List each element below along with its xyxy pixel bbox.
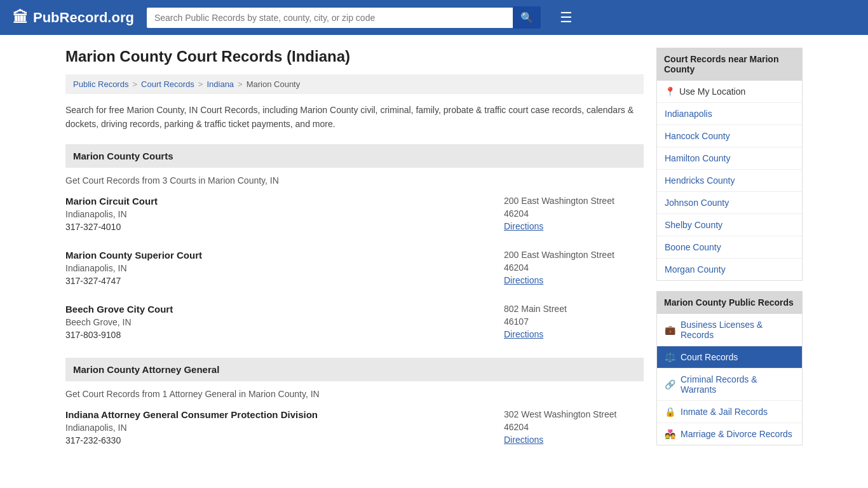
public-records-item[interactable]: 🔗 Criminal Records & Warrants — [657, 369, 802, 401]
search-input[interactable] — [147, 8, 513, 28]
nearby-item-hancock[interactable]: Hancock County — [657, 125, 802, 147]
court-entry: Indiana Attorney General Consumer Protec… — [65, 409, 644, 448]
attorney-section-desc: Get Court Records from 1 Attorney Genera… — [65, 389, 644, 399]
rec-icon: 🔗 — [665, 379, 675, 390]
public-records-item[interactable]: ⚖️ Court Records — [657, 346, 802, 369]
court-info-right: 200 East Washington Street 46204 Directi… — [504, 250, 644, 286]
nearby-item-morgan[interactable]: Morgan County — [657, 259, 802, 280]
court-address: 802 Main Street — [504, 304, 644, 314]
nearby-item-johnson[interactable]: Johnson County — [657, 192, 802, 214]
nearby-item-hamilton[interactable]: Hamilton County — [657, 147, 802, 170]
rec-label: Inmate & Jail Records — [681, 407, 768, 417]
directions-link[interactable]: Directions — [504, 221, 543, 231]
court-entry: Marion County Superior Court Indianapoli… — [65, 250, 644, 288]
directions-link[interactable]: Directions — [504, 329, 543, 339]
nearby-section-header: Court Records near Marion County — [656, 48, 803, 81]
courts-section-desc: Get Court Records from 3 Courts in Mario… — [65, 175, 644, 186]
court-info-right: 802 Main Street 46107 Directions — [504, 304, 644, 340]
nearby-item-shelby[interactable]: Shelby County — [657, 214, 802, 236]
rec-label: Court Records — [681, 352, 738, 362]
court-info-right: 200 East Washington Street 46204 Directi… — [504, 196, 644, 232]
rec-label: Business Licenses & Records — [681, 320, 794, 340]
breadcrumb-sep-2: > — [198, 79, 203, 89]
rec-label: Criminal Records & Warrants — [681, 374, 794, 395]
sidebar: Court Records near Marion County 📍 Use M… — [656, 48, 803, 463]
court-city: Indianapolis, IN — [65, 263, 202, 273]
breadcrumb-public-records[interactable]: Public Records — [73, 79, 128, 89]
search-area: 🔍 — [147, 6, 541, 29]
court-info-left: Marion County Superior Court Indianapoli… — [65, 250, 202, 286]
court-city: Indianapolis, IN — [65, 423, 318, 433]
breadcrumb-marion-county: Marion County — [247, 79, 301, 89]
court-phone: 317-232-6330 — [65, 435, 318, 445]
use-my-location[interactable]: 📍 Use My Location — [657, 81, 802, 103]
use-location-label: Use My Location — [679, 86, 745, 97]
public-records-item[interactable]: 🔒 Inmate & Jail Records — [657, 401, 802, 423]
court-name: Beech Grove City Court — [65, 304, 173, 315]
breadcrumb-sep-3: > — [238, 79, 243, 89]
location-pin-icon: 📍 — [665, 86, 675, 97]
logo-text: PubRecord.org — [33, 10, 134, 26]
directions-link[interactable]: Directions — [504, 275, 543, 285]
page-title: Marion County Court Records (Indiana) — [65, 48, 644, 65]
rec-icon: 🔒 — [665, 407, 675, 417]
courts-section-header: Marion County Courts — [65, 144, 644, 168]
court-city: Beech Grove, IN — [65, 317, 173, 327]
court-info-left: Beech Grove City Court Beech Grove, IN 3… — [65, 304, 173, 340]
court-entry: Marion Circuit Court Indianapolis, IN 31… — [65, 196, 644, 234]
logo-icon: 🏛 — [13, 9, 28, 27]
court-address: 200 East Washington Street — [504, 250, 644, 260]
rec-icon: 💼 — [665, 325, 675, 335]
court-name: Indiana Attorney General Consumer Protec… — [65, 409, 318, 420]
rec-label: Marriage & Divorce Records — [681, 429, 792, 439]
public-records-item[interactable]: 💼 Business Licenses & Records — [657, 314, 802, 346]
court-zip: 46204 — [504, 262, 644, 273]
nearby-list: 📍 Use My Location Indianapolis Hancock C… — [656, 81, 803, 281]
court-info-right: 302 West Washington Street 46204 Directi… — [504, 409, 644, 445]
court-zip: 46204 — [504, 208, 644, 219]
court-zip: 46204 — [504, 422, 644, 432]
court-address: 200 East Washington Street — [504, 196, 644, 206]
nearby-item-indianapolis[interactable]: Indianapolis — [657, 103, 802, 125]
breadcrumb-indiana[interactable]: Indiana — [207, 79, 234, 89]
attorney-list: Indiana Attorney General Consumer Protec… — [65, 409, 644, 448]
court-zip: 46107 — [504, 316, 644, 327]
court-address: 302 West Washington Street — [504, 409, 644, 419]
directions-link[interactable]: Directions — [504, 435, 543, 445]
breadcrumb-court-records[interactable]: Court Records — [141, 79, 194, 89]
logo[interactable]: 🏛 PubRecord.org — [13, 9, 134, 27]
breadcrumb: Public Records > Court Records > Indiana… — [65, 74, 644, 94]
courts-list: Marion Circuit Court Indianapolis, IN 31… — [65, 196, 644, 342]
rec-icon: ⚖️ — [665, 352, 675, 362]
court-city: Indianapolis, IN — [65, 209, 158, 219]
court-info-left: Indiana Attorney General Consumer Protec… — [65, 409, 318, 445]
public-records-list: 💼 Business Licenses & Records ⚖️ Court R… — [656, 314, 803, 445]
main-container: Marion County Court Records (Indiana) Pu… — [53, 35, 815, 476]
public-records-section-header: Marion County Public Records — [656, 291, 803, 314]
content-area: Marion County Court Records (Indiana) Pu… — [65, 48, 644, 463]
page-header: 🏛 PubRecord.org 🔍 ☰ — [0, 0, 868, 35]
breadcrumb-sep-1: > — [132, 79, 137, 89]
court-entry: Beech Grove City Court Beech Grove, IN 3… — [65, 304, 644, 342]
attorney-section-header: Marion County Attorney General — [65, 358, 644, 381]
court-phone: 317-327-4747 — [65, 276, 202, 286]
page-description: Search for free Marion County, IN Court … — [65, 103, 644, 132]
nearby-item-hendricks[interactable]: Hendricks County — [657, 170, 802, 192]
search-button[interactable]: 🔍 — [513, 6, 541, 29]
search-icon: 🔍 — [520, 12, 533, 23]
court-name: Marion County Superior Court — [65, 250, 202, 261]
court-phone: 317-803-9108 — [65, 330, 173, 340]
court-name: Marion Circuit Court — [65, 196, 158, 207]
rec-icon: 💑 — [665, 429, 675, 439]
court-phone: 317-327-4010 — [65, 222, 158, 232]
nearby-item-boone[interactable]: Boone County — [657, 236, 802, 259]
court-info-left: Marion Circuit Court Indianapolis, IN 31… — [65, 196, 158, 232]
menu-icon[interactable]: ☰ — [560, 10, 573, 26]
public-records-item[interactable]: 💑 Marriage & Divorce Records — [657, 423, 802, 445]
